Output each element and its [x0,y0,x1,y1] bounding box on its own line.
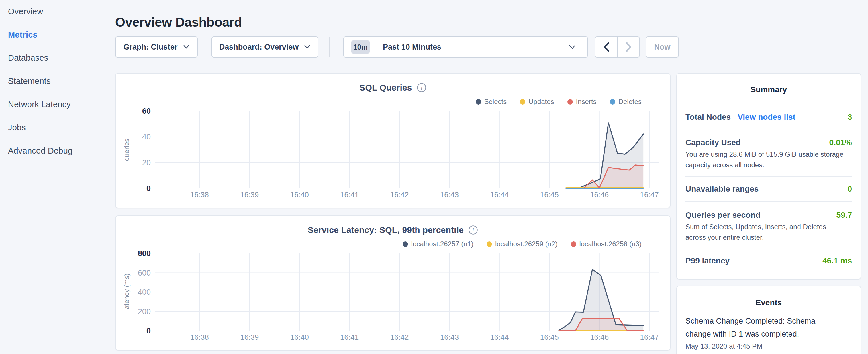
svg-text:20: 20 [142,158,151,167]
summary-value: 59.7 [836,211,852,220]
event-message: Schema Change Completed: Schema change w… [685,315,823,341]
chart-card-sql-queries: SQL Queries i SelectsUpdatesInsertsDelet… [115,73,671,208]
chevron-right-icon [625,42,632,52]
svg-text:16:38: 16:38 [190,333,209,342]
summary-label: Unavailable ranges [685,185,758,194]
divider [685,176,852,177]
divider [685,201,852,202]
summary-value: 0 [847,185,852,194]
graph-dropdown[interactable]: Graph: Cluster [115,36,198,58]
svg-text:16:47: 16:47 [640,333,659,342]
svg-text:800: 800 [138,249,151,258]
svg-text:16:42: 16:42 [390,190,409,199]
summary-value: 46.1 ms [823,256,852,265]
svg-text:16:44: 16:44 [490,190,509,199]
controls-divider [329,37,330,57]
svg-text:16:43: 16:43 [440,333,459,342]
svg-text:16:45: 16:45 [540,190,559,199]
prev-range-button[interactable] [595,37,617,57]
svg-text:60: 60 [142,107,151,116]
svg-text:16:46: 16:46 [590,333,609,342]
svg-text:latency (ms): latency (ms) [123,273,130,311]
svg-text:16:45: 16:45 [540,333,559,342]
dashboard-dropdown[interactable]: Dashboard: Overview [212,36,318,58]
chevron-down-icon [304,45,311,49]
sidebar-item-overview[interactable]: Overview [0,0,115,23]
time-range-label: Past 10 Minutes [383,43,441,52]
divider [685,249,852,249]
divider [685,130,852,130]
now-button-label: Now [654,43,671,52]
summary-label: Capacity Used [685,138,741,147]
summary-label: Total Nodes [685,112,731,122]
sidebar-item-statements[interactable]: Statements [0,70,115,93]
svg-text:16:46: 16:46 [590,190,609,199]
view-nodes-link[interactable]: View nodes list [738,112,796,122]
graph-dropdown-label: Graph: Cluster [123,43,177,52]
svg-text:16:41: 16:41 [340,190,359,199]
time-range-badge: 10m [351,40,370,54]
chevron-down-icon [568,45,576,50]
svg-text:16:44: 16:44 [490,333,509,342]
summary-value: 0.01% [829,138,852,147]
time-step-group [595,36,640,58]
svg-text:16:39: 16:39 [240,190,259,199]
svg-text:16:43: 16:43 [440,190,459,199]
sidebar-item-advanced-debug[interactable]: Advanced Debug [0,139,115,162]
now-button[interactable]: Now [646,36,679,58]
summary-row-total-nodes: Total Nodes View nodes list 3 [685,112,852,122]
summary-value: 3 [847,112,852,122]
svg-text:400: 400 [138,288,151,296]
sidebar-item-databases[interactable]: Databases [0,46,115,70]
event-timestamp: May 13, 2020 at 4:45 PM [685,342,762,350]
sidebar-item-jobs[interactable]: Jobs [0,116,115,139]
summary-description: Sum of Selects, Updates, Inserts, and De… [685,221,846,243]
svg-text:16:40: 16:40 [290,190,309,199]
summary-description: You are using 28.6 MiB of 515.9 GiB usab… [685,149,846,170]
svg-text:16:47: 16:47 [640,190,659,199]
svg-text:200: 200 [138,307,151,316]
svg-text:16:41: 16:41 [340,333,359,342]
sidebar-item-network-latency[interactable]: Network Latency [0,93,115,116]
summary-label: P99 latency [685,256,730,265]
time-range-selector[interactable]: 10m Past 10 Minutes [343,36,588,58]
svg-text:16:42: 16:42 [390,333,409,342]
summary-label: Queries per second [685,211,760,220]
chevron-down-icon [183,45,190,49]
page-title: Overview Dashboard [115,15,242,30]
summary-row-qps: Queries per second 59.7 [685,210,852,220]
svg-text:16:39: 16:39 [240,333,259,342]
chart-plot[interactable]: 16:3816:3916:4016:4116:4216:4316:4416:45… [116,216,670,350]
sidebar-item-metrics[interactable]: Metrics [0,23,115,46]
events-panel: Events Schema Change Completed: Schema c… [676,286,861,354]
next-range-button[interactable] [617,37,639,57]
svg-text:0: 0 [147,184,151,193]
svg-text:600: 600 [138,269,151,277]
summary-row-p99-latency: P99 latency 46.1 ms [685,256,852,266]
chart-plot[interactable]: 16:3816:3916:4016:4116:4216:4316:4416:45… [116,74,670,207]
svg-text:16:38: 16:38 [190,190,209,199]
svg-text:0: 0 [147,326,151,335]
summary-row-capacity: Capacity Used 0.01% [685,137,852,148]
events-title: Events [677,298,861,307]
dashboard-dropdown-label: Dashboard: Overview [219,43,299,52]
summary-title: Summary [677,85,861,94]
svg-text:40: 40 [142,133,151,141]
svg-text:queries: queries [123,139,130,161]
svg-text:16:40: 16:40 [290,333,309,342]
chart-card-service-latency: Service Latency: SQL, 99th percentile i … [115,215,671,351]
summary-panel: Summary Total Nodes View nodes list 3 Ca… [676,73,861,280]
chevron-left-icon [602,42,610,52]
summary-row-unavailable-ranges: Unavailable ranges 0 [685,184,852,194]
sidebar: OverviewMetricsDatabasesStatementsNetwor… [0,0,115,354]
